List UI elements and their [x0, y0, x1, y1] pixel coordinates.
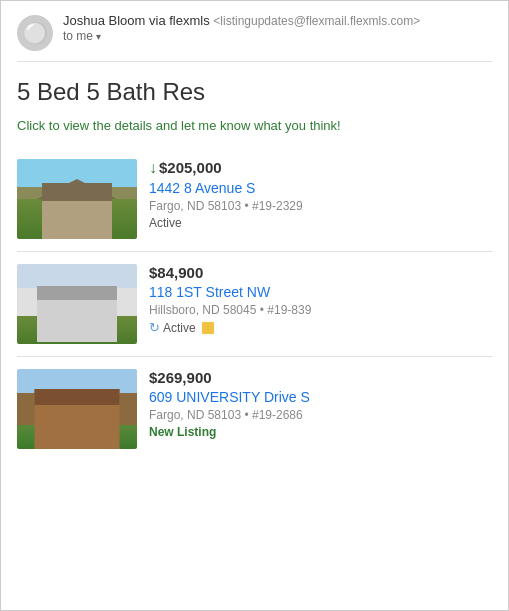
listing-item: ↓$205,000 1442 8 Avenue S Fargo, ND 5810…: [17, 147, 492, 252]
sender-name: Joshua Bloom via flexmls: [63, 13, 210, 28]
email-header: ⚪ Joshua Bloom via flexmls <listingupdat…: [17, 13, 492, 62]
listing-price-2: $84,900: [149, 264, 492, 281]
listing-status-1: Active: [149, 216, 492, 230]
listing-image-1[interactable]: [17, 159, 137, 239]
listing-status-2: ↻ Active: [149, 320, 214, 335]
listing-details-2: $84,900 118 1ST Street NW Hillsboro, ND …: [149, 264, 492, 335]
status-badge-yellow: [202, 322, 214, 334]
listing-price-1: ↓$205,000: [149, 159, 492, 177]
price-drop-icon: ↓: [149, 159, 157, 176]
listing-city-3: Fargo, ND 58103 • #19-2686: [149, 408, 492, 422]
listing-item-3: $269,900 609 UNIVERSITY Drive S Fargo, N…: [17, 357, 492, 461]
email-container: ⚪ Joshua Bloom via flexmls <listingupdat…: [1, 1, 508, 473]
intro-text: Click to view the details and let me kno…: [17, 118, 492, 133]
listing-city-2: Hillsboro, ND 58045 • #19-839: [149, 303, 492, 317]
listing-image-2[interactable]: [17, 264, 137, 344]
listing-image-3[interactable]: [17, 369, 137, 449]
listing-price-3: $269,900: [149, 369, 492, 386]
listing-address-3[interactable]: 609 UNIVERSITY Drive S: [149, 389, 492, 405]
listing-details-3: $269,900 609 UNIVERSITY Drive S Fargo, N…: [149, 369, 492, 439]
to-me-label: to me: [63, 29, 93, 43]
email-subject: 5 Bed 5 Bath Res: [17, 62, 492, 118]
to-me[interactable]: to me ▾: [63, 29, 492, 43]
listing-address-2[interactable]: 118 1ST Street NW: [149, 284, 492, 300]
avatar: ⚪: [17, 15, 53, 51]
listing-city-1: Fargo, ND 58103 • #19-2329: [149, 199, 492, 213]
listing-address-1[interactable]: 1442 8 Avenue S: [149, 180, 492, 196]
chevron-down-icon: ▾: [96, 31, 101, 42]
listing-status-3: New Listing: [149, 425, 492, 439]
listing-item-2: $84,900 118 1ST Street NW Hillsboro, ND …: [17, 252, 492, 357]
sender-name-line: Joshua Bloom via flexmls <listingupdates…: [63, 13, 492, 28]
sender-email: <listingupdates@flexmail.flexmls.com>: [213, 14, 420, 28]
listing-details-1: ↓$205,000 1442 8 Avenue S Fargo, ND 5810…: [149, 159, 492, 230]
refresh-icon: ↻: [149, 320, 160, 335]
sender-info: Joshua Bloom via flexmls <listingupdates…: [63, 13, 492, 43]
person-icon: ⚪: [23, 21, 48, 45]
